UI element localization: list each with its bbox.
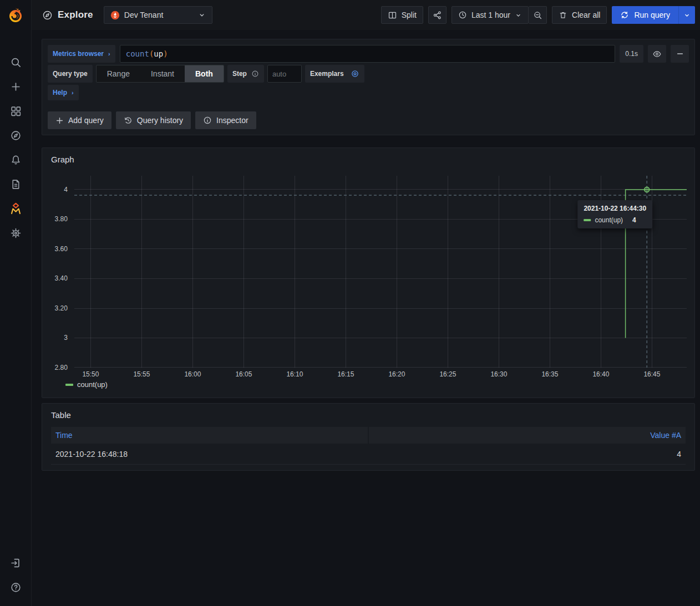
step-input[interactable]: [267, 65, 302, 83]
plot-area[interactable]: 2021-10-22 16:44:30 count(up) 4: [74, 176, 686, 368]
table-cell-value: 4: [368, 450, 686, 459]
query-editor-panel: Metrics browser › count(up) 0.1s: [42, 39, 695, 135]
tooltip-series-swatch: [584, 219, 591, 221]
exemplars-chip: Exemplars: [305, 65, 364, 83]
query-token-arg: up: [154, 49, 163, 58]
metrics-browser-label: Metrics browser: [53, 50, 104, 58]
table-panel: Table Time Value #A 2021-10-22 16:48:18 …: [42, 403, 695, 471]
legend-series-swatch: [65, 384, 73, 386]
inspector-button[interactable]: Inspector: [195, 111, 256, 129]
sidebar-item-metrics[interactable]: [0, 196, 32, 221]
explore-content: Metrics browser › count(up) 0.1s: [32, 30, 700, 606]
table-panel-title: Table: [51, 410, 686, 420]
y-axis-tick-label: 3.60: [55, 245, 68, 253]
plus-icon: [10, 81, 22, 93]
query-token-paren: (: [149, 49, 154, 58]
sidebar-item-search[interactable]: [0, 50, 32, 74]
add-query-button[interactable]: Add query: [48, 111, 111, 129]
clear-all-button[interactable]: Clear all: [552, 6, 607, 24]
sidebar-item-configuration[interactable]: [0, 221, 32, 245]
x-axis-tick-label: 16:45: [643, 370, 660, 378]
chevron-down-icon: [198, 11, 206, 19]
tooltip-series-row: count(up) 4: [584, 216, 646, 224]
plus-icon: [55, 116, 64, 125]
datasource-picker[interactable]: Dev Tenant: [104, 6, 212, 24]
sidebar-item-sign-in[interactable]: [0, 551, 32, 575]
sidebar-item-alerting[interactable]: [0, 147, 32, 172]
x-axis-tick-label: 15:50: [82, 370, 99, 378]
y-axis-tick-label: 4: [64, 186, 68, 193]
chevron-right-icon: ›: [72, 89, 74, 96]
x-axis-tick-label: 16:15: [337, 370, 354, 378]
table-cell-time: 2021-10-22 16:48:18: [51, 450, 368, 459]
metrics-browser-button[interactable]: Metrics browser ›: [48, 45, 115, 63]
sidebar-item-dashboards[interactable]: [0, 99, 32, 123]
graph-tooltip: 2021-10-22 16:44:30 count(up) 4: [577, 200, 652, 228]
add-query-label: Add query: [68, 116, 104, 125]
query-type-radio-group: Range Instant Both: [96, 65, 224, 83]
table-row: 2021-10-22 16:48:18 4: [51, 444, 686, 465]
sidebar-item-docs[interactable]: [0, 172, 32, 196]
document-icon: [10, 179, 22, 190]
run-query-button[interactable]: Run query: [612, 6, 678, 24]
x-axis-tick-label: 16:35: [541, 370, 558, 378]
help-button[interactable]: Help ›: [48, 85, 79, 100]
sidebar-item-explore[interactable]: [0, 123, 32, 147]
query-type-option-instant[interactable]: Instant: [140, 65, 185, 82]
time-range-button[interactable]: Last 1 hour: [452, 6, 529, 24]
remove-query-button[interactable]: [671, 45, 689, 63]
chevron-down-icon: [515, 12, 522, 19]
metrics-plugin-icon: [9, 202, 22, 215]
tooltip-time: 2021-10-22 16:44:30: [584, 205, 646, 212]
legend-series-label[interactable]: count(up): [77, 380, 108, 389]
sidebar-bottom-nav: [0, 551, 32, 599]
query-history-label: Query history: [137, 116, 183, 125]
query-duration-badge: 0.1s: [620, 45, 643, 63]
share-button[interactable]: [428, 6, 447, 24]
toggle-query-visibility-button[interactable]: [648, 45, 666, 63]
y-axis-tick-label: 3.80: [55, 215, 68, 223]
step-label: Step: [232, 70, 247, 78]
x-axis-tick-label: 16:25: [439, 370, 456, 378]
dashboards-grid-icon: [10, 105, 22, 117]
info-circle-icon: [251, 70, 259, 78]
inspector-label: Inspector: [216, 116, 248, 125]
datasource-label: Dev Tenant: [124, 11, 164, 19]
clear-all-label: Clear all: [572, 11, 600, 19]
trash-icon: [559, 11, 567, 19]
table-header-value[interactable]: Value #A: [369, 427, 686, 444]
help-circle-icon: [10, 582, 22, 593]
exemplars-toggle-icon[interactable]: [351, 69, 359, 78]
zoom-out-time-button[interactable]: [529, 6, 547, 24]
split-label: Split: [402, 11, 417, 19]
x-axis: 15:5015:5516:0016:0516:1016:1516:2016:25…: [74, 368, 686, 380]
split-icon: [388, 11, 397, 20]
bell-icon: [10, 154, 22, 166]
y-axis-tick-label: 2.80: [55, 364, 68, 371]
sidebar: [0, 0, 32, 606]
sidebar-item-create[interactable]: [0, 74, 32, 99]
split-button[interactable]: Split: [381, 6, 423, 24]
run-query-dropdown-button[interactable]: [678, 6, 695, 24]
explore-toolbar: Explore Dev Tenant Split: [32, 0, 700, 30]
query-type-option-range[interactable]: Range: [97, 65, 140, 82]
y-axis-tick-label: 3: [64, 334, 68, 342]
help-label: Help: [53, 89, 67, 96]
tooltip-series-name: count(up): [595, 216, 623, 224]
x-axis-tick-label: 16:40: [592, 370, 609, 378]
table-header-time[interactable]: Time: [51, 427, 368, 444]
x-axis-tick-label: 16:30: [490, 370, 507, 378]
query-input[interactable]: count(up): [120, 45, 616, 63]
info-circle-icon: [203, 116, 212, 125]
chevron-down-icon: [683, 12, 691, 19]
sidebar-item-help[interactable]: [0, 575, 32, 599]
chevron-right-icon: ›: [108, 50, 110, 57]
query-history-button[interactable]: Query history: [116, 111, 191, 129]
explore-compass-icon: [42, 10, 53, 21]
query-type-option-both[interactable]: Both: [185, 65, 224, 82]
time-range-label: Last 1 hour: [471, 11, 510, 19]
grafana-logo[interactable]: [0, 0, 32, 30]
run-query-label: Run query: [634, 11, 670, 19]
sign-in-icon: [10, 557, 22, 569]
plot-row: 43.803.603.403.2032.80 2021-10-22 16:44:…: [51, 176, 686, 368]
